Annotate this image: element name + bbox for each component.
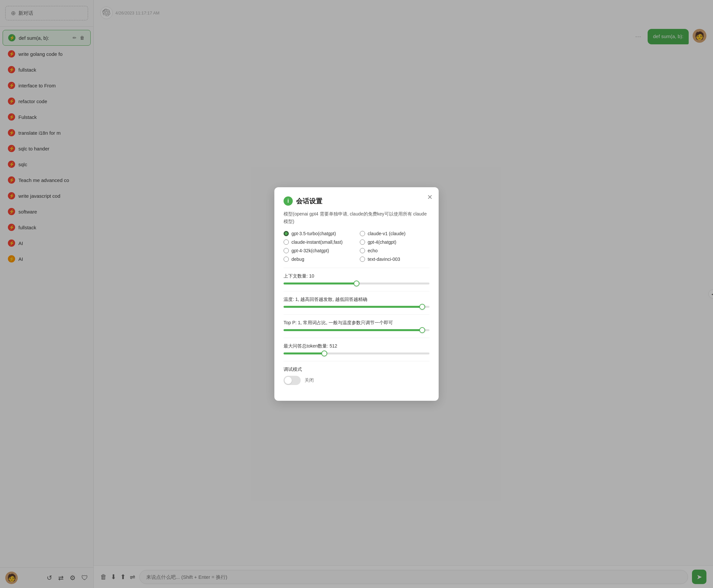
top-p-thumb [419,327,425,333]
max-tokens-thumb [321,351,327,356]
debug-mode-toggle[interactable] [284,376,301,385]
debug-mode-section: 调试模式 关闭 [284,366,429,385]
divider-5 [284,361,429,361]
modal-close-button[interactable]: ✕ [427,193,433,201]
modal-header: i 会话设置 [284,196,429,206]
modal-description: 模型(openai gpt4 需要单独申请, claude的免费key可以使用所… [284,210,429,225]
radio-input-gpt4[interactable] [360,239,365,245]
radio-input-gpt35[interactable] [284,231,289,236]
context-count-section: 上下文数量: 10 [284,273,429,285]
radio-input-debug[interactable] [284,256,289,262]
top-p-section: Top P: 1, 常用词占比, 一般与温度参数只调节一个即可 [284,320,429,331]
top-p-slider[interactable] [284,329,429,331]
radio-label-debug: debug [291,256,304,262]
top-p-label: Top P: 1, 常用词占比, 一般与温度参数只调节一个即可 [284,320,429,326]
context-count-slider[interactable] [284,282,429,285]
radio-label-gpt4: gpt-4(chatgpt) [368,239,396,245]
radio-label-echo: echo [368,248,378,253]
top-p-fill [284,329,422,331]
max-tokens-slider[interactable] [284,353,429,354]
debug-mode-label: 调试模式 [284,366,429,373]
radio-input-text-davinci[interactable] [360,256,365,262]
divider-1 [284,268,429,268]
radio-option-gpt4-32k[interactable]: gpt-4-32k(chatgpt) [284,248,353,253]
radio-input-claude-instant[interactable] [284,239,289,245]
divider-2 [284,291,429,291]
radio-option-claude-v1[interactable]: claude-v1 (claude) [360,231,429,236]
temperature-slider[interactable] [284,306,429,308]
debug-mode-toggle-row: 关闭 [284,376,429,385]
modal-info-icon: i [284,196,293,206]
divider-3 [284,314,429,315]
temperature-section: 温度: 1, 越高回答越发散, 越低回答越精确 [284,297,429,308]
radio-label-text-davinci: text-davinci-003 [368,256,400,262]
divider-4 [284,338,429,338]
toggle-label: 关闭 [305,377,314,383]
radio-option-claude-instant[interactable]: claude-instant(small,fast) [284,239,353,245]
radio-option-text-davinci[interactable]: text-davinci-003 [360,256,429,262]
max-tokens-section: 最大问答总token数量: 512 [284,343,429,354]
radio-label-claude-v1: claude-v1 (claude) [368,231,405,236]
max-tokens-fill [284,353,324,354]
radio-option-debug[interactable]: debug [284,256,353,262]
toggle-knob [285,377,292,384]
context-count-thumb [354,280,359,287]
radio-option-gpt4[interactable]: gpt-4(chatgpt) [360,239,429,245]
radio-input-echo[interactable] [360,248,365,253]
context-count-fill [284,282,356,285]
context-count-label: 上下文数量: 10 [284,273,429,279]
radio-label-claude-instant: claude-instant(small,fast) [291,239,343,245]
max-tokens-label: 最大问答总token数量: 512 [284,343,429,349]
temperature-label: 温度: 1, 越高回答越发散, 越低回答越精确 [284,297,429,302]
radio-label-gpt35: gpt-3.5-turbo(chatgpt) [291,231,336,236]
model-radio-group: gpt-3.5-turbo(chatgpt) claude-v1 (claude… [284,231,429,262]
radio-option-gpt35[interactable]: gpt-3.5-turbo(chatgpt) [284,231,353,236]
radio-label-gpt4-32k: gpt-4-32k(chatgpt) [291,248,329,253]
temperature-thumb [419,304,425,310]
modal-overlay[interactable]: i 会话设置 ✕ 模型(openai gpt4 需要单独申请, claude的免… [0,0,713,588]
settings-modal: i 会话设置 ✕ 模型(openai gpt4 需要单独申请, claude的免… [274,187,439,401]
temperature-fill [284,306,422,308]
radio-input-gpt4-32k[interactable] [284,248,289,253]
radio-option-echo[interactable]: echo [360,248,429,253]
modal-title: 会话设置 [296,197,322,206]
radio-input-claude-v1[interactable] [360,231,365,236]
